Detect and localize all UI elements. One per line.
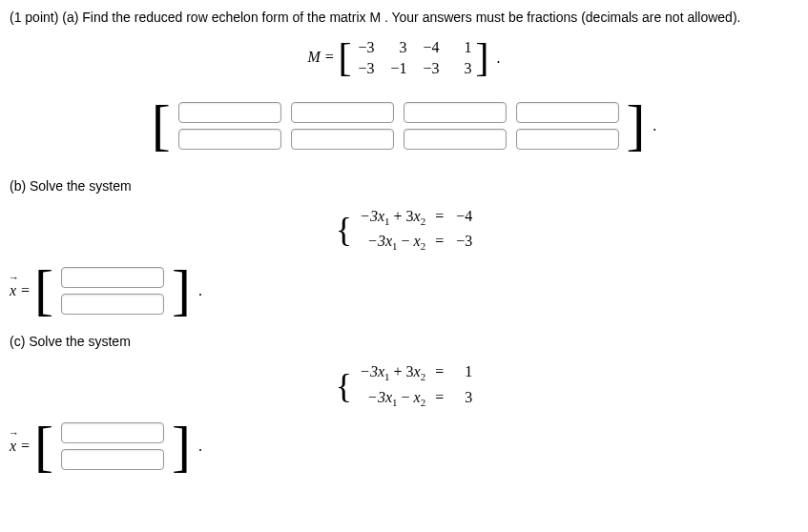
bracket-left-icon: [	[34, 415, 53, 478]
rref-input-1-4[interactable]	[516, 102, 619, 123]
bracket-right-icon: ]	[476, 40, 489, 76]
rref-input-1-2[interactable]	[291, 102, 394, 123]
vec-x-label: x =	[10, 438, 31, 454]
m-cell: 3	[388, 39, 407, 56]
brace-left-icon: {	[336, 367, 352, 405]
bracket-left-icon: [	[152, 93, 171, 156]
m-cell: −1	[388, 60, 407, 77]
b-input-1[interactable]	[61, 267, 164, 288]
matrix-m-label: M =	[307, 49, 334, 65]
c-input-1[interactable]	[61, 422, 164, 443]
eq-sign: =	[435, 363, 444, 382]
vec-x-label: x =	[10, 282, 31, 298]
m-cell: 1	[453, 39, 472, 56]
rref-input-2-1[interactable]	[178, 129, 281, 150]
rref-input-1-1[interactable]	[178, 102, 281, 123]
bracket-right-icon: ]	[626, 93, 645, 156]
rref-answer-matrix: [ ] .	[10, 101, 798, 150]
bracket-right-icon: ]	[172, 258, 191, 321]
c-input-2[interactable]	[61, 449, 164, 470]
m-cell: −3	[356, 60, 375, 77]
part-c-label: (c) Solve the system	[10, 334, 798, 349]
b-input-2[interactable]	[61, 294, 164, 315]
eq-sign: =	[435, 389, 444, 408]
eq-lhs: −3x1 − x2	[360, 233, 425, 252]
period: .	[653, 117, 656, 133]
eq-sign: =	[435, 208, 444, 227]
eq-lhs: −3x1 + 3x2	[360, 363, 425, 382]
eq-rhs: 3	[453, 389, 472, 408]
eq-lhs: −3x1 − x2	[360, 389, 425, 408]
rref-input-2-4[interactable]	[516, 129, 619, 150]
system-b-display: { −3x1 + 3x2 = −4 −3x1 − x2 = −3	[10, 208, 798, 252]
eq-rhs: −4	[453, 208, 472, 227]
m-cell: −3	[356, 39, 375, 56]
part-b-answer: x = [ ] .	[10, 266, 798, 315]
brace-left-icon: {	[336, 211, 352, 249]
m-cell: 3	[453, 60, 472, 77]
rref-input-2-3[interactable]	[404, 129, 507, 150]
eq-rhs: −3	[453, 233, 472, 252]
intro-text: (1 point) (a) Find the reduced row echel…	[10, 10, 798, 25]
bracket-left-icon: [	[34, 258, 53, 321]
eq-sign: =	[435, 233, 444, 252]
part-c-answer: x = [ ] .	[10, 422, 798, 471]
bracket-left-icon: [	[339, 40, 352, 76]
m-cell: −3	[421, 60, 440, 77]
m-cell: −4	[421, 39, 440, 56]
eq-rhs: 1	[453, 363, 472, 382]
eq-lhs: −3x1 + 3x2	[360, 208, 425, 227]
rref-input-1-3[interactable]	[404, 102, 507, 123]
matrix-m-display: M = [ −3 3 −4 1 −3 −1 −3 3 ] .	[10, 39, 798, 77]
system-c-display: { −3x1 + 3x2 = 1 −3x1 − x2 = 3	[10, 363, 798, 407]
period: .	[198, 438, 202, 454]
part-b-label: (b) Solve the system	[10, 178, 798, 194]
rref-input-2-2[interactable]	[291, 129, 394, 150]
period: .	[497, 50, 501, 66]
bracket-right-icon: ]	[172, 415, 191, 478]
period: .	[198, 282, 202, 298]
